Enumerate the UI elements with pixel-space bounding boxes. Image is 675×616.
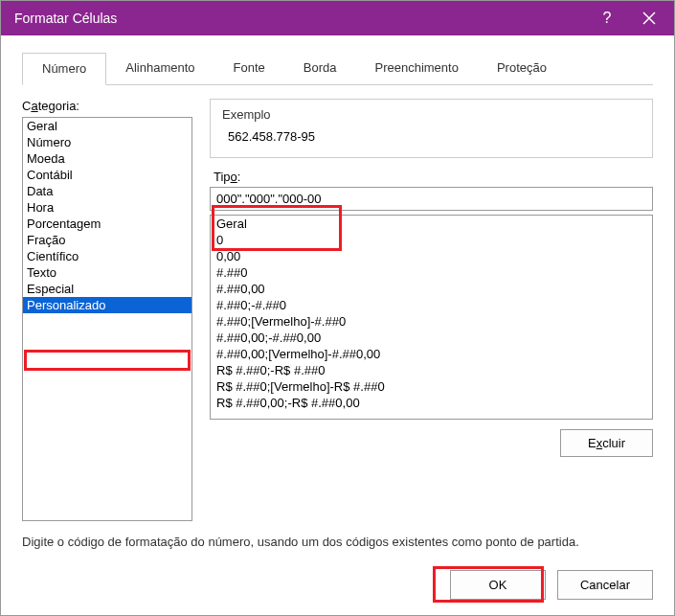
tab-border[interactable]: Borda <box>284 53 356 84</box>
tab-number[interactable]: Número <box>22 53 106 85</box>
format-item[interactable]: Geral <box>211 216 652 232</box>
format-item[interactable]: R$ #.##0;[Vermelho]-R$ #.##0 <box>211 378 652 395</box>
tab-alignment[interactable]: Alinhamento <box>106 53 214 84</box>
format-cells-dialog: Formatar Células ? Número Alinhamento Fo… <box>0 0 675 616</box>
format-item[interactable]: #.##0;-#.##0 <box>211 297 652 313</box>
category-label: Categoria: <box>22 99 192 113</box>
sample-legend: Exemplo <box>222 107 641 122</box>
dialog-footer: OK Cancelar <box>1 559 674 615</box>
tab-font[interactable]: Fonte <box>214 53 284 84</box>
tab-fill[interactable]: Preenchimento <box>355 53 477 84</box>
category-item[interactable]: Número <box>23 134 191 150</box>
category-item[interactable]: Data <box>23 183 191 199</box>
format-item[interactable]: 0,00 <box>211 248 652 264</box>
category-item[interactable]: Científico <box>23 248 191 264</box>
format-item[interactable]: 0 <box>211 232 652 248</box>
ok-button[interactable]: OK <box>450 570 546 600</box>
category-item-selected[interactable]: Personalizado <box>23 297 191 313</box>
tab-protection[interactable]: Proteção <box>478 53 566 84</box>
hint-text: Digite o código de formatação do número,… <box>22 535 653 549</box>
delete-row: Excluir <box>210 429 653 457</box>
category-column: Categoria: Geral Número Moeda Contábil D… <box>22 99 192 521</box>
sample-fieldset: Exemplo 562.458.778-95 <box>210 99 653 158</box>
category-item[interactable]: Especial <box>23 281 191 297</box>
titlebar: Formatar Células ? <box>1 1 674 35</box>
dialog-body: Número Alinhamento Fonte Borda Preenchim… <box>1 35 674 559</box>
category-item[interactable]: Contábil <box>23 167 191 183</box>
details-column: Exemplo 562.458.778-95 Tipo: Geral 0 0,0… <box>210 99 653 521</box>
format-listbox[interactable]: Geral 0 0,00 #.##0 #.##0,00 #.##0;-#.##0… <box>210 215 653 420</box>
close-button[interactable] <box>628 1 670 35</box>
help-button[interactable]: ? <box>586 1 628 35</box>
format-item[interactable]: R$ #.##0,00;-R$ #.##0,00 <box>211 395 652 411</box>
format-item[interactable]: #.##0,00;-#.##0,00 <box>211 330 652 346</box>
cancel-button[interactable]: Cancelar <box>557 570 653 600</box>
format-item[interactable]: #.##0,00 <box>211 281 652 297</box>
category-item[interactable]: Geral <box>23 118 191 134</box>
category-item[interactable]: Moeda <box>23 150 191 167</box>
category-item[interactable]: Fração <box>23 232 191 248</box>
type-section: Tipo: <box>210 170 653 211</box>
category-item[interactable]: Texto <box>23 264 191 281</box>
category-listbox[interactable]: Geral Número Moeda Contábil Data Hora Po… <box>22 117 192 521</box>
format-item[interactable]: #.##0;[Vermelho]-#.##0 <box>211 313 652 330</box>
sample-value: 562.458.778-95 <box>222 127 641 146</box>
type-input[interactable] <box>210 187 653 211</box>
delete-button[interactable]: Excluir <box>560 429 653 457</box>
category-item[interactable]: Porcentagem <box>23 216 191 232</box>
tab-strip: Número Alinhamento Fonte Borda Preenchim… <box>22 53 653 85</box>
close-icon <box>642 11 656 25</box>
type-label: Tipo: <box>210 170 653 184</box>
format-item[interactable]: #.##0,00;[Vermelho]-#.##0,00 <box>211 346 652 362</box>
category-item[interactable]: Hora <box>23 199 191 216</box>
format-item[interactable]: R$ #.##0;-R$ #.##0 <box>211 362 652 378</box>
format-item[interactable]: #.##0 <box>211 264 652 281</box>
tab-content: Categoria: Geral Número Moeda Contábil D… <box>22 85 653 521</box>
window-title: Formatar Células <box>14 11 586 26</box>
